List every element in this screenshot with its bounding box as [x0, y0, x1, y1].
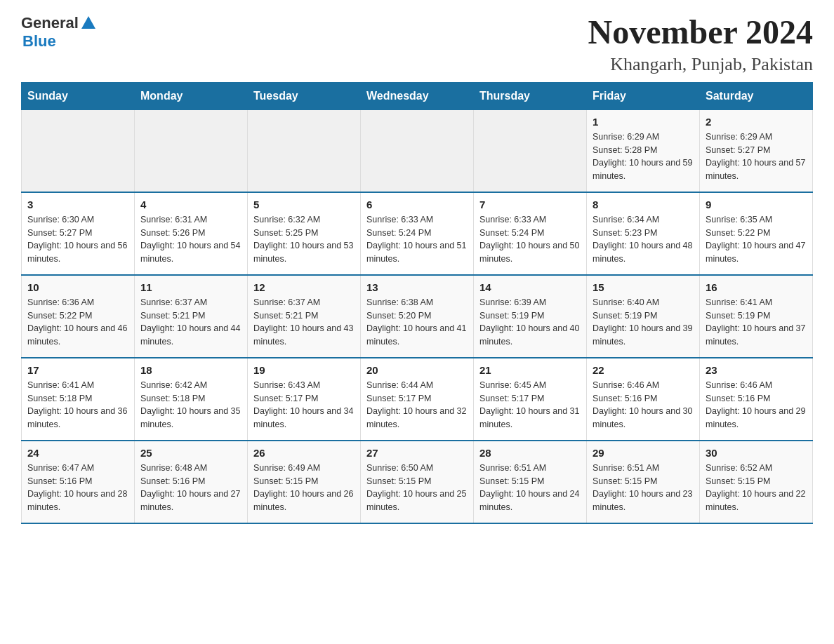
day-number: 5 [253, 199, 355, 210]
calendar-cell: 18Sunrise: 6:42 AM Sunset: 5:18 PM Dayli… [135, 358, 248, 441]
calendar-week-row: 24Sunrise: 6:47 AM Sunset: 5:16 PM Dayli… [22, 441, 813, 523]
day-number: 8 [593, 199, 694, 210]
calendar-cell: 2Sunrise: 6:29 AM Sunset: 5:27 PM Daylig… [700, 109, 813, 192]
calendar-cell: 10Sunrise: 6:36 AM Sunset: 5:22 PM Dayli… [22, 275, 135, 358]
day-number: 14 [479, 281, 581, 293]
day-info: Sunrise: 6:51 AM Sunset: 5:15 PM Dayligh… [593, 462, 694, 514]
calendar-cell: 11Sunrise: 6:37 AM Sunset: 5:21 PM Dayli… [135, 275, 248, 358]
page-subtitle: Khangarh, Punjab, Pakistan [588, 54, 813, 75]
day-number: 24 [27, 447, 128, 459]
calendar-cell [474, 109, 587, 192]
calendar-cell: 29Sunrise: 6:51 AM Sunset: 5:15 PM Dayli… [587, 441, 700, 523]
calendar-cell [22, 109, 135, 192]
calendar-week-row: 10Sunrise: 6:36 AM Sunset: 5:22 PM Dayli… [22, 275, 813, 358]
day-number: 29 [593, 447, 694, 459]
calendar-cell: 27Sunrise: 6:50 AM Sunset: 5:15 PM Dayli… [361, 441, 474, 523]
calendar-cell: 19Sunrise: 6:43 AM Sunset: 5:17 PM Dayli… [248, 358, 361, 441]
calendar-cell: 21Sunrise: 6:45 AM Sunset: 5:17 PM Dayli… [474, 358, 587, 441]
day-info: Sunrise: 6:42 AM Sunset: 5:18 PM Dayligh… [140, 379, 241, 431]
day-info: Sunrise: 6:33 AM Sunset: 5:24 PM Dayligh… [479, 213, 581, 266]
calendar-header-tuesday: Tuesday [248, 82, 361, 109]
calendar-table: SundayMondayTuesdayWednesdayThursdayFrid… [21, 82, 813, 524]
day-number: 12 [253, 281, 355, 293]
day-number: 21 [479, 364, 581, 376]
day-info: Sunrise: 6:29 AM Sunset: 5:27 PM Dayligh… [706, 130, 807, 183]
day-info: Sunrise: 6:49 AM Sunset: 5:15 PM Dayligh… [253, 462, 355, 514]
calendar-header-monday: Monday [135, 82, 248, 109]
day-number: 6 [366, 199, 468, 210]
day-number: 30 [706, 447, 807, 459]
day-number: 9 [706, 199, 807, 210]
day-number: 7 [479, 199, 581, 210]
calendar-week-row: 1Sunrise: 6:29 AM Sunset: 5:28 PM Daylig… [22, 109, 813, 192]
day-info: Sunrise: 6:47 AM Sunset: 5:16 PM Dayligh… [27, 462, 128, 514]
day-number: 16 [706, 281, 807, 293]
calendar-cell: 16Sunrise: 6:41 AM Sunset: 5:19 PM Dayli… [700, 275, 813, 358]
day-number: 25 [140, 447, 241, 459]
day-info: Sunrise: 6:38 AM Sunset: 5:20 PM Dayligh… [366, 296, 468, 349]
day-info: Sunrise: 6:36 AM Sunset: 5:22 PM Dayligh… [27, 296, 128, 349]
day-info: Sunrise: 6:31 AM Sunset: 5:26 PM Dayligh… [140, 213, 241, 266]
calendar-cell: 4Sunrise: 6:31 AM Sunset: 5:26 PM Daylig… [135, 192, 248, 275]
logo: General Blue [21, 14, 95, 51]
calendar-header-wednesday: Wednesday [361, 82, 474, 109]
day-number: 1 [593, 116, 694, 128]
day-info: Sunrise: 6:52 AM Sunset: 5:15 PM Dayligh… [706, 462, 807, 514]
calendar-cell [248, 109, 361, 192]
calendar-cell: 20Sunrise: 6:44 AM Sunset: 5:17 PM Dayli… [361, 358, 474, 441]
day-info: Sunrise: 6:37 AM Sunset: 5:21 PM Dayligh… [253, 296, 355, 349]
svg-marker-0 [81, 16, 95, 29]
day-info: Sunrise: 6:41 AM Sunset: 5:19 PM Dayligh… [706, 296, 807, 349]
day-number: 4 [140, 199, 241, 210]
day-number: 17 [27, 364, 128, 376]
day-number: 15 [593, 281, 694, 293]
calendar-cell [135, 109, 248, 192]
calendar-cell: 9Sunrise: 6:35 AM Sunset: 5:22 PM Daylig… [700, 192, 813, 275]
day-number: 27 [366, 447, 468, 459]
day-number: 10 [27, 281, 128, 293]
calendar-cell: 14Sunrise: 6:39 AM Sunset: 5:19 PM Dayli… [474, 275, 587, 358]
calendar-cell: 7Sunrise: 6:33 AM Sunset: 5:24 PM Daylig… [474, 192, 587, 275]
day-info: Sunrise: 6:46 AM Sunset: 5:16 PM Dayligh… [706, 379, 807, 431]
logo-triangle-icon [81, 16, 95, 29]
calendar-cell: 3Sunrise: 6:30 AM Sunset: 5:27 PM Daylig… [22, 192, 135, 275]
day-info: Sunrise: 6:29 AM Sunset: 5:28 PM Dayligh… [593, 130, 694, 183]
day-info: Sunrise: 6:50 AM Sunset: 5:15 PM Dayligh… [366, 462, 468, 514]
day-number: 23 [706, 364, 807, 376]
day-info: Sunrise: 6:41 AM Sunset: 5:18 PM Dayligh… [27, 379, 128, 431]
day-info: Sunrise: 6:35 AM Sunset: 5:22 PM Dayligh… [706, 213, 807, 266]
day-info: Sunrise: 6:43 AM Sunset: 5:17 PM Dayligh… [253, 379, 355, 431]
title-block: November 2024 Khangarh, Punjab, Pakistan [588, 14, 813, 75]
calendar-cell: 26Sunrise: 6:49 AM Sunset: 5:15 PM Dayli… [248, 441, 361, 523]
calendar-cell: 30Sunrise: 6:52 AM Sunset: 5:15 PM Dayli… [700, 441, 813, 523]
calendar-cell: 15Sunrise: 6:40 AM Sunset: 5:19 PM Dayli… [587, 275, 700, 358]
calendar-cell: 17Sunrise: 6:41 AM Sunset: 5:18 PM Dayli… [22, 358, 135, 441]
day-info: Sunrise: 6:30 AM Sunset: 5:27 PM Dayligh… [27, 213, 128, 266]
calendar-header-sunday: Sunday [22, 82, 135, 109]
calendar-cell: 24Sunrise: 6:47 AM Sunset: 5:16 PM Dayli… [22, 441, 135, 523]
day-info: Sunrise: 6:46 AM Sunset: 5:16 PM Dayligh… [593, 379, 694, 431]
day-number: 20 [366, 364, 468, 376]
calendar-week-row: 17Sunrise: 6:41 AM Sunset: 5:18 PM Dayli… [22, 358, 813, 441]
calendar-header-friday: Friday [587, 82, 700, 109]
day-info: Sunrise: 6:48 AM Sunset: 5:16 PM Dayligh… [140, 462, 241, 514]
day-info: Sunrise: 6:32 AM Sunset: 5:25 PM Dayligh… [253, 213, 355, 266]
day-number: 11 [140, 281, 241, 293]
day-number: 22 [593, 364, 694, 376]
calendar-cell: 23Sunrise: 6:46 AM Sunset: 5:16 PM Dayli… [700, 358, 813, 441]
header: General Blue November 2024 Khangarh, Pun… [21, 14, 813, 75]
calendar-header-thursday: Thursday [474, 82, 587, 109]
logo-blue-text: Blue [22, 32, 56, 50]
day-info: Sunrise: 6:45 AM Sunset: 5:17 PM Dayligh… [479, 379, 581, 431]
calendar-cell: 1Sunrise: 6:29 AM Sunset: 5:28 PM Daylig… [587, 109, 700, 192]
day-info: Sunrise: 6:40 AM Sunset: 5:19 PM Dayligh… [593, 296, 694, 349]
calendar-week-row: 3Sunrise: 6:30 AM Sunset: 5:27 PM Daylig… [22, 192, 813, 275]
day-info: Sunrise: 6:39 AM Sunset: 5:19 PM Dayligh… [479, 296, 581, 349]
page-title: November 2024 [588, 14, 813, 51]
calendar-cell [361, 109, 474, 192]
day-number: 2 [706, 116, 807, 128]
day-info: Sunrise: 6:33 AM Sunset: 5:24 PM Dayligh… [366, 213, 468, 266]
day-number: 26 [253, 447, 355, 459]
day-number: 3 [27, 199, 128, 210]
calendar-cell: 28Sunrise: 6:51 AM Sunset: 5:15 PM Dayli… [474, 441, 587, 523]
